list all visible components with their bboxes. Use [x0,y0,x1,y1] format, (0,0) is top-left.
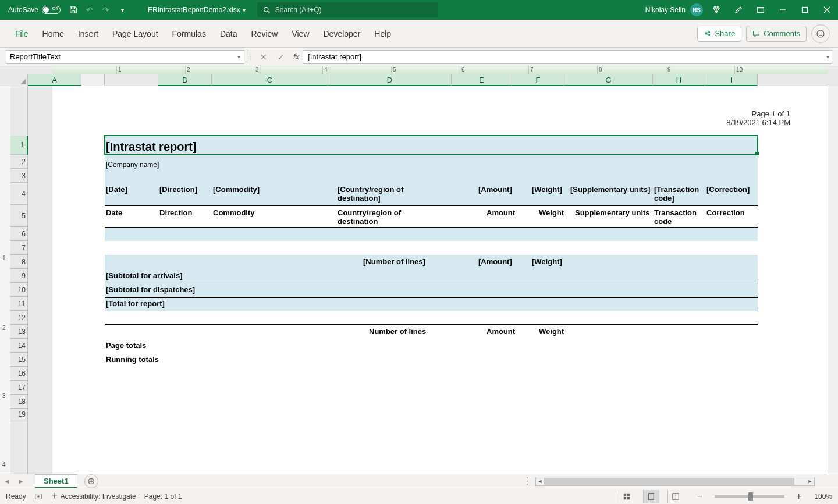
cell-total-report[interactable]: [Total for report] [106,299,165,308]
cell-hdr-commodity-tmpl[interactable]: [Commodity] [213,185,260,194]
row-header-2[interactable]: 2 [10,155,28,169]
tab-nav-prev-icon[interactable]: ◄ [0,474,14,488]
redo-icon[interactable]: ↷ [98,2,114,18]
pencil-icon[interactable] [727,0,750,20]
row-header-6[interactable]: 6 [10,227,28,241]
qat-customize-icon[interactable]: ▾ [114,2,130,18]
scroll-left-icon[interactable]: ◄ [536,477,544,485]
cell-hdr-direction-tmpl[interactable]: [Direction] [159,185,197,194]
share-button[interactable]: Share [697,26,741,42]
horizontal-scrollbar[interactable]: ◄ ► [535,477,815,486]
cell-hdr-direction[interactable]: Direction [159,208,192,217]
tab-page-layout[interactable]: Page Layout [105,20,165,48]
tab-developer[interactable]: Developer [317,20,368,48]
view-page-break-icon[interactable] [667,490,684,503]
row-header-19[interactable]: 19 [10,409,28,420]
undo-icon[interactable]: ↶ [81,2,98,18]
row-header-3[interactable]: 3 [10,169,28,183]
chevron-down-icon[interactable]: ▾ [237,54,240,60]
cell-hdr-amount-tmpl[interactable]: [Amount] [478,185,512,194]
select-all-button[interactable] [0,74,28,86]
row-header-5[interactable]: 5 [10,205,28,227]
cell-num-lines[interactable]: Number of lines [369,327,426,336]
autosave-toggle-icon[interactable]: Off [42,6,61,14]
autosave-control[interactable]: AutoSave Off [0,6,65,14]
comments-button[interactable]: Comments [746,26,807,42]
tab-formulas[interactable]: Formulas [165,20,213,48]
cell-hdr-supp[interactable]: Supplementary units [575,208,650,217]
fx-label[interactable]: fx [293,52,299,61]
cell-hdr-supp-tmpl[interactable]: [Supplementary units] [570,185,650,194]
cell-subtotal-arrivals[interactable]: [Subtotal for arrivals] [106,271,182,280]
cell-report-title[interactable]: [Intrastat report] [106,140,197,154]
tab-view[interactable]: View [285,20,316,48]
cell-num-lines-tmpl[interactable]: [Number of lines] [363,257,425,266]
minimize-icon[interactable] [772,0,794,20]
tab-help[interactable]: Help [367,20,398,48]
search-input[interactable] [275,6,432,14]
splitter-grip-icon[interactable]: ⋮ [523,475,532,487]
zoom-in-icon[interactable]: + [796,491,801,502]
ribbon-display-icon[interactable] [750,0,772,20]
feedback-icon[interactable] [811,24,830,43]
row-header-9[interactable]: 9 [10,269,28,283]
cell-hdr-txn[interactable]: Transaction code [654,208,706,226]
view-page-layout-icon[interactable] [643,490,659,503]
row-header-4[interactable]: 4 [10,183,28,205]
col-header-d[interactable]: D [328,74,452,86]
close-icon[interactable] [816,0,838,20]
zoom-out-icon[interactable]: − [698,491,703,502]
col-header-i[interactable]: I [705,74,758,86]
tab-nav-next-icon[interactable]: ► [14,474,28,488]
cell-weight[interactable]: Weight [539,327,564,336]
cell-amount[interactable]: Amount [487,327,515,336]
tab-data[interactable]: Data [213,20,244,48]
row-header-17[interactable]: 17 [10,381,28,395]
chevron-down-icon[interactable]: ▾ [826,54,829,60]
diamond-icon[interactable] [705,0,727,20]
add-sheet-icon[interactable]: ⊕ [84,474,98,488]
macro-record-icon[interactable] [34,492,42,501]
cell-hdr-corr[interactable]: Correction [706,208,745,217]
tab-insert[interactable]: Insert [71,20,105,48]
search-box[interactable] [257,2,438,17]
vertical-scrollbar[interactable] [828,86,838,476]
cell-hdr-date-tmpl[interactable]: [Date] [106,185,127,194]
cell-canvas[interactable]: Page 1 of 1 8/19/2021 6:14 PM [Intrastat… [28,86,828,476]
cell-page-totals[interactable]: Page totals [106,341,146,350]
accessibility-status[interactable]: Accessibility: Investigate [51,492,136,501]
tab-review[interactable]: Review [244,20,285,48]
zoom-thumb[interactable] [748,492,753,501]
cell-hdr-date[interactable]: Date [106,208,122,217]
cell-hdr-txn-tmpl[interactable]: [Transaction code] [654,185,706,203]
cell-company-name[interactable]: [Company name] [106,161,159,169]
row-header-13[interactable]: 13 [10,325,28,339]
col-header-b[interactable]: B [158,74,212,86]
enter-formula-icon[interactable]: ✓ [272,50,290,64]
row-header-11[interactable]: 11 [10,297,28,311]
cell-subtotal-dispatches[interactable]: [Subtotal for dispatches] [106,285,195,294]
col-header-f[interactable]: F [512,74,564,86]
cell-hdr-corr-tmpl[interactable]: [Correction] [706,185,750,194]
scroll-thumb[interactable] [544,478,794,485]
row-header-18[interactable]: 18 [10,395,28,409]
scroll-right-icon[interactable]: ► [806,477,814,485]
view-normal-icon[interactable] [619,490,635,503]
sheet-tab-active[interactable]: Sheet1 [35,474,77,488]
tab-home[interactable]: Home [35,20,71,48]
cell-hdr-weight[interactable]: Weight [539,208,564,217]
row-header-7[interactable]: 7 [10,241,28,255]
name-box[interactable]: ReportTitleText ▾ [6,50,244,64]
user-account[interactable]: Nikolay Selin NS [645,3,705,16]
cell-weight-tmpl[interactable]: [Weight] [532,257,562,266]
maximize-icon[interactable] [794,0,816,20]
col-header-h[interactable]: H [653,74,705,86]
cell-hdr-amount[interactable]: Amount [487,208,515,217]
zoom-slider[interactable] [715,495,784,498]
row-header-16[interactable]: 16 [10,367,28,381]
row-header-8[interactable]: 8 [10,255,28,269]
cell-hdr-commodity[interactable]: Commodity [213,208,255,217]
cell-amount-tmpl[interactable]: [Amount] [478,257,512,266]
row-header-10[interactable]: 10 [10,283,28,297]
zoom-level[interactable]: 100% [814,492,832,501]
